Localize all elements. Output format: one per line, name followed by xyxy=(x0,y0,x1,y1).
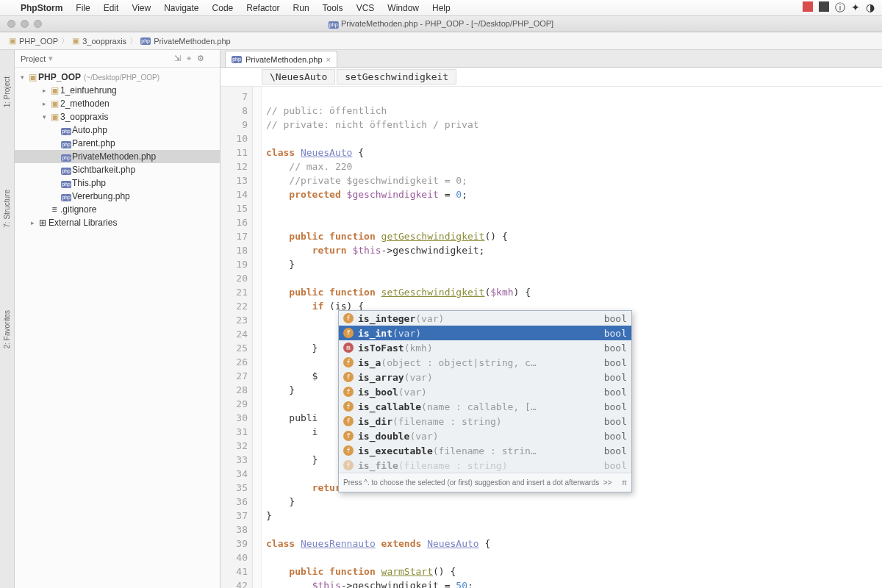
tree-arrow-icon[interactable]: ▾ xyxy=(40,113,49,121)
tree-row[interactable]: ▸⊞External Libraries xyxy=(15,216,220,229)
crumb-class[interactable]: \NeuesAuto xyxy=(262,69,335,85)
autocomplete-return-type: bool xyxy=(604,385,627,399)
crumb-method[interactable]: setGeschwindigkeit xyxy=(337,69,456,85)
function-badge-icon: f xyxy=(343,445,354,456)
tree-row[interactable]: phpParent.php xyxy=(15,137,220,150)
autocomplete-return-type: bool xyxy=(604,444,627,458)
folder-icon: ▣ xyxy=(72,36,79,46)
function-badge-icon: f xyxy=(343,416,354,426)
gear-icon[interactable]: ⚙ xyxy=(197,54,204,63)
menu-refactor[interactable]: Refactor xyxy=(246,3,279,13)
method-badge-icon: m xyxy=(343,343,354,353)
autocomplete-return-type: bool xyxy=(604,429,627,443)
function-badge-icon: f xyxy=(343,313,354,323)
traffic-max-icon[interactable] xyxy=(34,20,42,28)
project-panel-title: Project xyxy=(21,54,46,63)
tree-row[interactable]: phpPrivateMethoden.php xyxy=(15,150,220,163)
status-evernote-icon[interactable]: ✦ xyxy=(851,1,860,15)
window-titlebar: php PrivateMethoden.php - PHP_OOP - [~/D… xyxy=(0,16,882,32)
autocomplete-item[interactable]: fis_file(filename : string)bool xyxy=(339,458,631,473)
tool-tab-project[interactable]: 1: Project xyxy=(1,72,12,112)
autocomplete-signature: isToFast(kmh) xyxy=(358,341,433,355)
traffic-close-icon[interactable] xyxy=(7,20,15,28)
php-file-icon: php xyxy=(60,138,72,148)
tree-label: .gitignore xyxy=(60,204,96,215)
menu-tools[interactable]: Tools xyxy=(323,3,343,13)
breadcrumb-root[interactable]: PHP_OOP xyxy=(19,37,58,46)
autocomplete-return-type: bool xyxy=(604,312,627,326)
editor-area: php PrivateMethoden.php × \NeuesAuto set… xyxy=(220,50,882,588)
function-badge-icon: f xyxy=(343,357,354,368)
autocomplete-signature: is_double(var) xyxy=(358,429,439,443)
tree-row[interactable]: phpVererbung.php xyxy=(15,190,220,203)
tool-tab-structure[interactable]: 7: Structure xyxy=(1,185,12,232)
project-tree[interactable]: ▾ ▣ PHP_OOP (~/Desktop/PHP_OOP) ▸▣1_einf… xyxy=(15,68,220,588)
autocomplete-item[interactable]: fis_int(var)bool xyxy=(339,326,631,340)
autocomplete-popup[interactable]: fis_integer(var)boolfis_int(var)boolmisT… xyxy=(338,310,632,492)
breadcrumb-folder[interactable]: 3_ooppraxis xyxy=(82,37,126,46)
dropdown-icon[interactable]: ▾ xyxy=(49,54,53,63)
tree-arrow-icon[interactable]: ▸ xyxy=(40,100,49,107)
tree-row[interactable]: phpSichtbarkeit.php xyxy=(15,163,220,176)
menu-file[interactable]: File xyxy=(76,3,90,13)
tab-label: PrivateMethoden.php xyxy=(245,55,323,64)
php-file-icon: php xyxy=(329,21,339,29)
folder-icon: ▣ xyxy=(49,98,60,109)
code-editor[interactable]: // public: öffentlich // private: nicht … xyxy=(262,87,882,588)
autocomplete-item[interactable]: fis_integer(var)bool xyxy=(339,311,631,326)
fold-gutter[interactable] xyxy=(253,87,262,588)
function-badge-icon: f xyxy=(343,401,354,412)
target-icon[interactable]: ⌖ xyxy=(187,54,191,63)
autocomplete-item[interactable]: fis_callable(name : callable, […bool xyxy=(339,399,631,414)
library-icon: ⊞ xyxy=(37,218,49,228)
breadcrumb-file[interactable]: PrivateMethoden.php xyxy=(154,37,231,46)
tool-tab-favorites[interactable]: 2: Favorites xyxy=(1,306,12,353)
tree-row[interactable]: ▸▣1_einfuehrung xyxy=(15,84,220,97)
chevron-down-icon[interactable]: ▾ xyxy=(18,74,26,81)
autocomplete-item[interactable]: fis_bool(var)bool xyxy=(339,384,631,399)
tree-row[interactable]: phpAuto.php xyxy=(15,123,220,137)
function-badge-icon: f xyxy=(343,372,354,382)
status-sync-icon[interactable]: ◑ xyxy=(866,1,875,15)
tree-root[interactable]: ▾ ▣ PHP_OOP (~/Desktop/PHP_OOP) xyxy=(15,71,220,84)
autocomplete-item[interactable]: fis_a(object : object|string, c…bool xyxy=(339,355,631,370)
pi-icon[interactable]: π xyxy=(622,476,627,490)
line-gutter[interactable]: 7891011121314151617181920212223242526272… xyxy=(220,87,253,588)
menu-edit[interactable]: Edit xyxy=(104,3,119,13)
tree-arrow-icon[interactable]: ▸ xyxy=(28,219,37,226)
menu-navigate[interactable]: Navigate xyxy=(164,3,198,13)
autocomplete-item[interactable]: misToFast(kmh)bool xyxy=(339,340,631,355)
autocomplete-item[interactable]: fis_double(var)bool xyxy=(339,429,631,443)
status-info-icon[interactable]: ⓘ xyxy=(835,1,845,15)
status-stop-icon[interactable] xyxy=(819,1,829,12)
mac-menubar: PhpStorm File Edit View Navigate Code Re… xyxy=(0,0,882,16)
menu-run[interactable]: Run xyxy=(293,3,309,13)
menu-window[interactable]: Window xyxy=(387,3,419,13)
tree-row[interactable]: ▸▣2_methoden xyxy=(15,97,220,110)
menu-code[interactable]: Code xyxy=(212,3,234,13)
folder-icon: ▣ xyxy=(49,85,60,96)
collapse-icon[interactable]: ⇲ xyxy=(174,54,181,63)
close-icon[interactable]: × xyxy=(326,55,331,64)
tree-row[interactable]: phpThis.php xyxy=(15,176,220,190)
hide-icon[interactable] xyxy=(210,54,215,63)
function-badge-icon: f xyxy=(343,431,354,441)
status-red-icon[interactable] xyxy=(803,1,813,12)
autocomplete-signature: is_bool(var) xyxy=(358,385,427,399)
menu-vcs[interactable]: VCS xyxy=(356,3,375,13)
traffic-min-icon[interactable] xyxy=(21,20,29,28)
autocomplete-signature: is_int(var) xyxy=(358,326,421,340)
menu-view[interactable]: View xyxy=(132,3,151,13)
autocomplete-item[interactable]: fis_executable(filename : strin…bool xyxy=(339,443,631,458)
editor-tab[interactable]: php PrivateMethoden.php × xyxy=(225,51,337,67)
autocomplete-item[interactable]: fis_array(var)bool xyxy=(339,370,631,384)
function-badge-icon: f xyxy=(343,460,354,470)
tree-arrow-icon[interactable]: ▸ xyxy=(40,87,49,94)
php-file-icon: php xyxy=(60,165,72,175)
autocomplete-item[interactable]: fis_dir(filename : string)bool xyxy=(339,414,631,429)
tree-row[interactable]: ▾▣3_ooppraxis xyxy=(15,110,220,123)
tree-row[interactable]: ≡.gitignore xyxy=(15,203,220,216)
menu-help[interactable]: Help xyxy=(432,3,451,13)
editor-breadcrumb: \NeuesAuto setGeschwindigkeit xyxy=(220,68,882,87)
app-name[interactable]: PhpStorm xyxy=(21,3,62,13)
